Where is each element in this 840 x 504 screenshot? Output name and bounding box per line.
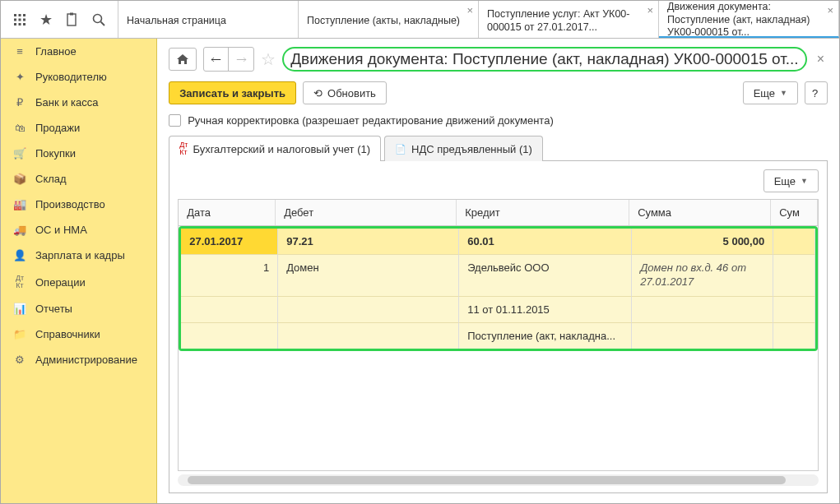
truck-icon: 🚚 — [12, 224, 27, 236]
sidebar-item-assets[interactable]: 🚚ОС и НМА — [1, 217, 156, 243]
tab-receipts[interactable]: Поступление (акты, накладные)× — [299, 1, 479, 38]
person-icon: 👤 — [12, 249, 27, 261]
home-button[interactable] — [169, 48, 197, 71]
sidebar: ≡Главное ✦Руководителю ₽Банк и касса 🛍Пр… — [1, 39, 157, 503]
sidebar-item-label: Администрирование — [35, 354, 137, 366]
svg-line-12 — [101, 21, 105, 25]
folder-icon: 📁 — [12, 328, 27, 340]
sidebar-item-manager[interactable]: ✦Руководителю — [1, 64, 156, 90]
manual-edit-label: Ручная корректировка (разрешает редактир… — [188, 114, 554, 127]
ruble-icon: ₽ — [12, 96, 27, 109]
box-icon: 📦 — [12, 173, 27, 185]
col-sum[interactable]: Сумма — [629, 200, 771, 225]
refresh-button[interactable]: ⟲Обновить — [303, 81, 387, 104]
gear-icon: ⚙ — [12, 354, 27, 366]
sidebar-item-sales[interactable]: 🛍Продажи — [1, 115, 156, 141]
sidebar-item-label: Отчеты — [35, 303, 72, 315]
sidebar-item-label: Банк и касса — [35, 96, 99, 109]
grid-more-button[interactable]: Еще▼ — [763, 169, 819, 192]
tab-bar: Начальная страница Поступление (акты, на… — [118, 1, 839, 38]
dtkt-icon: ДтКт — [12, 275, 27, 289]
forward-button: 🡒 — [229, 48, 253, 71]
chart-icon: 📊 — [12, 303, 27, 315]
sidebar-item-label: Главное — [35, 45, 77, 58]
tab-services[interactable]: Поступление услуг: Акт УК00-000015 от 27… — [479, 1, 659, 38]
svg-point-11 — [94, 14, 102, 22]
sidebar-item-production[interactable]: 🏭Производство — [1, 192, 156, 217]
tab-home[interactable]: Начальная страница — [118, 1, 299, 38]
manual-edit-checkbox[interactable] — [169, 114, 181, 127]
grid-row-detail[interactable]: Поступление (акт, накладна... — [181, 322, 815, 349]
accounting-grid: Дата Дебет Кредит Сумма Сум 27.01.2017 9… — [178, 199, 819, 471]
svg-rect-5 — [23, 18, 26, 21]
page-title: Движения документа: Поступление (акт, на… — [282, 47, 806, 72]
grid-row-main[interactable]: 27.01.2017 97.21 60.01 5 000,00 — [181, 229, 815, 254]
svg-rect-1 — [19, 14, 21, 16]
sidebar-item-label: Покупки — [35, 147, 76, 160]
sidebar-item-label: Зарплата и кадры — [35, 249, 125, 261]
star-icon[interactable]: ★ — [39, 12, 53, 27]
svg-rect-9 — [67, 14, 76, 25]
svg-rect-10 — [70, 12, 73, 15]
search-icon[interactable] — [91, 12, 106, 27]
sidebar-item-references[interactable]: 📁Справочники — [1, 321, 156, 347]
sidebar-item-label: Продажи — [35, 122, 80, 134]
svg-rect-8 — [23, 23, 26, 25]
sidebar-item-operations[interactable]: ДтКтОперации — [1, 268, 156, 296]
col-debit[interactable]: Дебет — [276, 200, 457, 225]
save-close-button[interactable]: Записать и закрыть — [169, 81, 296, 104]
chevron-down-icon: ▼ — [801, 177, 808, 185]
sidebar-item-admin[interactable]: ⚙Администрирование — [1, 347, 156, 372]
sidebar-item-label: ОС и НМА — [35, 224, 87, 236]
subtab-accounting[interactable]: ДтКтБухгалтерский и налоговый учет (1) — [169, 136, 381, 161]
more-button[interactable]: Еще▼ — [743, 81, 798, 104]
horizontal-scrollbar[interactable] — [178, 474, 819, 486]
sidebar-item-main[interactable]: ≡Главное — [1, 39, 156, 64]
refresh-icon: ⟲ — [313, 87, 323, 99]
chevron-down-icon: ▼ — [780, 89, 787, 97]
sidebar-item-label: Склад — [35, 173, 67, 185]
doc-icon: 📄 — [395, 144, 406, 155]
sidebar-item-bank[interactable]: ₽Банк и касса — [1, 90, 156, 115]
sidebar-item-purchases[interactable]: 🛒Покупки — [1, 141, 156, 166]
subtab-vat[interactable]: 📄НДС предъявленный (1) — [384, 136, 543, 161]
svg-rect-2 — [23, 14, 26, 16]
close-icon[interactable]: × — [814, 52, 828, 67]
selected-entry: 27.01.2017 97.21 60.01 5 000,00 1 Домен … — [179, 226, 818, 351]
sidebar-item-payroll[interactable]: 👤Зарплата и кадры — [1, 243, 156, 268]
favorite-icon[interactable]: ☆ — [261, 49, 276, 69]
grid-row-detail[interactable]: 11 от 01.11.2015 — [181, 296, 815, 322]
clipboard-icon[interactable] — [65, 12, 80, 27]
tab-movements[interactable]: Движения документа: Поступление (акт, на… — [659, 1, 839, 38]
sidebar-item-label: Производство — [35, 198, 105, 210]
apps-icon[interactable] — [12, 12, 27, 27]
col-date[interactable]: Дата — [179, 200, 276, 225]
sparkle-icon: ✦ — [12, 71, 27, 83]
cart-icon: 🛒 — [12, 147, 27, 160]
nav-history: 🡐 🡒 — [203, 47, 254, 72]
grid-row-detail[interactable]: 1 Домен Эдельвейс ООО Домен по вх.д. 46 … — [181, 254, 815, 296]
svg-rect-7 — [19, 23, 21, 25]
svg-rect-3 — [14, 18, 16, 21]
svg-rect-6 — [14, 23, 16, 25]
svg-rect-4 — [19, 18, 21, 21]
col-credit[interactable]: Кредит — [457, 200, 629, 225]
sidebar-item-label: Справочники — [35, 328, 100, 340]
bag-icon: 🛍 — [12, 122, 27, 134]
sidebar-item-label: Операции — [35, 276, 86, 289]
sidebar-item-label: Руководителю — [35, 71, 107, 83]
close-icon[interactable]: × — [647, 4, 653, 17]
close-icon[interactable]: × — [466, 4, 473, 17]
sidebar-item-reports[interactable]: 📊Отчеты — [1, 296, 156, 321]
menu-icon: ≡ — [12, 45, 27, 58]
dtkt-icon: ДтКт — [179, 141, 188, 156]
grid-header: Дата Дебет Кредит Сумма Сум — [179, 200, 818, 226]
col-sum2[interactable]: Сум — [771, 200, 818, 225]
svg-rect-0 — [14, 14, 16, 16]
back-button[interactable]: 🡐 — [204, 48, 229, 71]
sidebar-item-warehouse[interactable]: 📦Склад — [1, 166, 156, 192]
help-button[interactable]: ? — [805, 81, 828, 104]
factory-icon: 🏭 — [12, 198, 27, 210]
close-icon[interactable]: × — [827, 4, 833, 17]
